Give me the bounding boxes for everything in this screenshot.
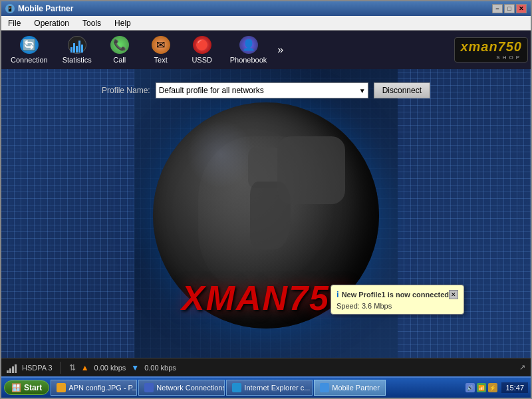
main-window: 📱 Mobile Partner − □ ✕ File Operation To… — [0, 0, 532, 399]
taskbar-item-apn[interactable]: APN config.JPG - P... — [51, 380, 137, 396]
call-icon: 📞 — [110, 36, 129, 54]
title-bar-left: 📱 Mobile Partner — [5, 4, 73, 13]
profile-select[interactable]: Default profile for all networks — [156, 82, 368, 98]
status-right: ↗ — [519, 363, 525, 372]
taskbar-item-ie[interactable]: Internet Explorer c... — [226, 380, 313, 396]
upload-speed-text: 0.00 kbps — [94, 364, 126, 372]
disconnect-button[interactable]: Disconnect — [374, 82, 430, 98]
notification-popup: i New Profile1 is now connected ✕ Speed:… — [331, 285, 464, 315]
stats-bar-1 — [70, 47, 72, 53]
menu-operation[interactable]: Operation — [30, 17, 73, 29]
toolbar: 🔄 Connection Statistics 📞 Call ✉ — [1, 31, 531, 69]
toolbar-statistics-button[interactable]: Statistics — [56, 33, 98, 66]
taskbar-apn-icon — [57, 383, 66, 392]
logo-text: xman750 — [460, 39, 522, 54]
status-divider-1 — [61, 362, 61, 374]
continent-asia — [277, 136, 345, 204]
notification-header: i New Profile1 is now connected ✕ — [336, 289, 458, 299]
main-content: Profile Name: Default profile for all ne… — [1, 69, 531, 358]
ussd-icon: 🔴 — [193, 36, 211, 54]
taskbar-item-mobile-partner[interactable]: Mobile Partner — [314, 380, 386, 396]
statistics-label: Statistics — [63, 56, 92, 64]
ussd-label: USSD — [192, 56, 212, 64]
toolbar-connection-button[interactable]: 🔄 Connection — [4, 33, 55, 66]
notification-close-button[interactable]: ✕ — [449, 290, 458, 299]
start-button[interactable]: 🪟 Start — [4, 380, 49, 395]
text-label: Text — [154, 56, 168, 64]
window-title: Mobile Partner — [18, 4, 73, 13]
toolbar-call-button[interactable]: 📞 Call — [100, 33, 140, 66]
logo-shop: SHOP — [460, 55, 522, 61]
toolbar-ussd-button[interactable]: 🔴 USSD — [182, 33, 222, 66]
taskbar-ie-icon — [232, 383, 241, 392]
title-controls: − □ ✕ — [492, 4, 527, 13]
signal-bar-2 — [9, 368, 11, 373]
tray-icon-2: 📶 — [477, 383, 486, 392]
taskbar-mobile-partner-icon — [320, 383, 329, 392]
notification-title: i New Profile1 is now connected — [336, 289, 449, 299]
transfer-icon: ⇅ — [69, 363, 76, 372]
brand-text: XMAN750 — [182, 279, 350, 317]
status-bar: HSDPA 3 ⇅ ▲ 0.00 kbps ▼ 0.00 kbps ↗ — [1, 358, 531, 376]
call-label: Call — [113, 56, 126, 64]
start-label: Start — [24, 383, 42, 392]
menu-bar: File Operation Tools Help — [1, 16, 531, 31]
phonebook-icon: 👤 — [239, 36, 258, 54]
menu-file[interactable]: File — [4, 17, 25, 29]
upload-arrow-icon: ▲ — [81, 363, 89, 372]
tray-icon-3: ⚡ — [488, 383, 497, 392]
connection-label: Connection — [11, 56, 48, 64]
stats-bar-3 — [76, 46, 78, 53]
start-icon: 🪟 — [11, 383, 21, 392]
stats-bar-4 — [78, 41, 80, 53]
toolbar-phonebook-button[interactable]: 👤 Phonebook — [223, 33, 274, 66]
notification-body: Speed: 3.6 Mbps — [336, 302, 458, 310]
brand-logo: XMAN750 — [182, 278, 350, 318]
logo-area: xman750 SHOP — [460, 39, 522, 61]
title-bar: 📱 Mobile Partner − □ ✕ — [1, 1, 531, 16]
info-icon: i — [336, 289, 339, 299]
taskbar-mobile-partner-label: Mobile Partner — [332, 384, 380, 392]
profile-name-label: Profile Name: — [102, 86, 150, 95]
maximize-button[interactable]: □ — [504, 4, 515, 13]
signal-icon — [7, 362, 17, 373]
menu-tools[interactable]: Tools — [78, 17, 105, 29]
connection-icon: 🔄 — [20, 36, 39, 54]
taskbar: 🪟 Start APN config.JPG - P... Network Co… — [1, 376, 531, 398]
stats-bar-2 — [73, 43, 75, 53]
text-icon: ✉ — [152, 36, 170, 54]
menu-help[interactable]: Help — [110, 17, 135, 29]
toolbar-logo: xman750 SHOP — [454, 37, 528, 63]
system-tray: 🔊 📶 ⚡ — [466, 383, 497, 392]
globe-shine — [187, 120, 255, 188]
taskbar-apn-label: APN config.JPG - P... — [68, 384, 137, 392]
network-type-text: HSDPA 3 — [22, 364, 53, 372]
tray-icon-1: 🔊 — [466, 383, 475, 392]
taskbar-ie-label: Internet Explorer c... — [244, 384, 310, 392]
download-arrow-icon: ▼ — [131, 363, 139, 372]
taskbar-right: 🔊 📶 ⚡ 15:47 — [466, 382, 528, 393]
stats-bar-5 — [81, 45, 83, 53]
signal-bar-1 — [7, 370, 9, 373]
minimize-button[interactable]: − — [492, 4, 503, 13]
window-icon: 📱 — [5, 4, 15, 13]
notification-title-text: New Profile1 is now connected — [342, 291, 449, 299]
statistics-icon — [68, 36, 86, 54]
toolbar-text-button[interactable]: ✉ Text — [141, 33, 181, 66]
profile-select-wrapper: Default profile for all networks ▼ — [156, 82, 368, 98]
taskbar-clock: 15:47 — [501, 382, 528, 393]
download-speed-text: 0.00 kbps — [144, 364, 176, 372]
status-right-icon: ↗ — [519, 363, 525, 371]
stats-bars — [70, 38, 83, 53]
phonebook-label: Phonebook — [230, 56, 267, 64]
close-button[interactable]: ✕ — [516, 4, 527, 13]
signal-bar-4 — [15, 364, 17, 373]
taskbar-network-icon — [144, 383, 154, 392]
signal-bar-3 — [12, 366, 14, 373]
taskbar-network-label: Network Connections — [156, 384, 225, 392]
toolbar-more-button[interactable]: » — [275, 41, 286, 59]
profile-bar: Profile Name: Default profile for all ne… — [102, 82, 430, 98]
taskbar-item-network[interactable]: Network Connections — [138, 380, 225, 396]
